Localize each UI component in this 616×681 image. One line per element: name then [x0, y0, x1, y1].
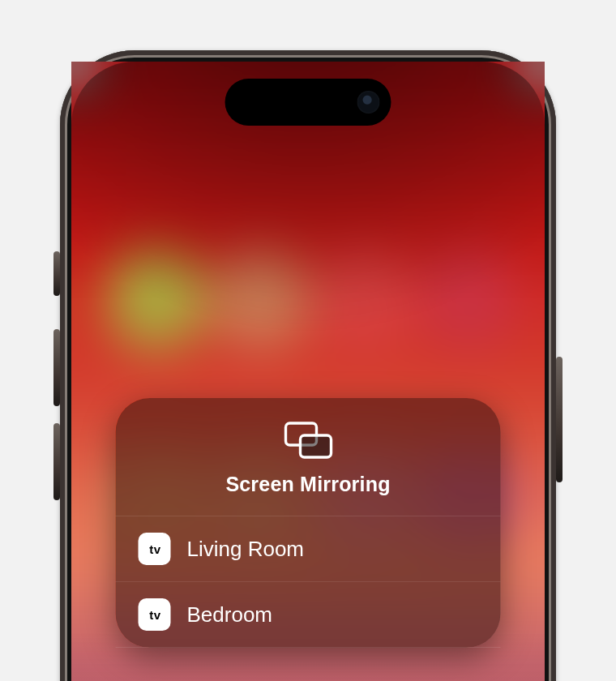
device-name: Living Room	[187, 537, 305, 562]
apple-tv-icon: tv	[139, 533, 171, 565]
panel-header: Screen Mirroring	[116, 398, 501, 516]
phone-screen: Screen Mirroring tv Living Room tv Bedro…	[71, 62, 545, 681]
apple-tv-text: tv	[149, 609, 160, 621]
mirroring-target-bedroom[interactable]: tv Bedroom	[116, 582, 501, 648]
screen-mirroring-panel: Screen Mirroring tv Living Room tv Bedro…	[116, 398, 501, 648]
iphone-device-frame: Screen Mirroring tv Living Room tv Bedro…	[60, 50, 556, 681]
apple-tv-icon: tv	[139, 598, 171, 631]
volume-up-button[interactable]	[53, 329, 60, 406]
panel-title: Screen Mirroring	[225, 473, 390, 496]
volume-down-button[interactable]	[53, 423, 60, 500]
mirroring-target-living-room[interactable]: tv Living Room	[116, 516, 501, 582]
mute-switch[interactable]	[53, 251, 60, 296]
svg-rect-1	[300, 435, 331, 457]
power-button[interactable]	[556, 357, 563, 482]
dynamic-island	[225, 79, 391, 126]
screen-mirroring-icon	[282, 421, 334, 460]
device-name: Bedroom	[187, 602, 273, 627]
apple-tv-text: tv	[149, 543, 160, 555]
